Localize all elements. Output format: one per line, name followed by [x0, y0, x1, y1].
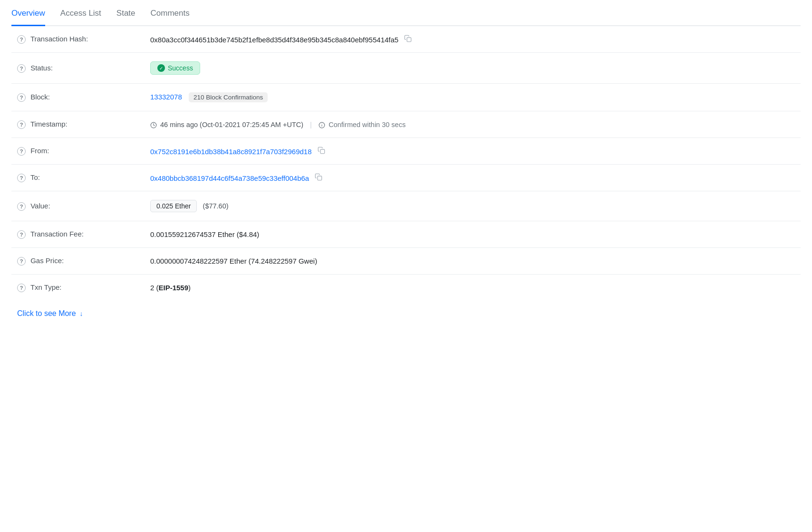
help-icon-from[interactable]: ?: [17, 147, 26, 156]
block-number-link[interactable]: 13332078: [150, 93, 184, 101]
svg-rect-0: [407, 38, 411, 42]
txn-fee-value: 0.001559212674537 Ether ($4.84): [150, 230, 259, 238]
tab-nav: Overview Access List State Comments: [11, 0, 801, 26]
row-gas-price: ? Gas Price: 0.000000074248222597 Ether …: [11, 248, 801, 275]
gas-price-value: 0.000000074248222597 Ether (74.248222597…: [150, 257, 317, 265]
value-usd: ($77.60): [203, 202, 229, 210]
clock-icon: [150, 122, 157, 128]
help-icon-txnfee[interactable]: ?: [17, 230, 26, 239]
txn-type-value: 2 (EIP-1559): [150, 284, 191, 292]
help-icon-gasprice[interactable]: ?: [17, 257, 26, 266]
row-to: ? To: 0x480bbcb368197d44c6f54a738e59c33e…: [11, 165, 801, 191]
confirmations-badge: 210 Block Confirmations: [189, 92, 268, 102]
tab-access-list[interactable]: Access List: [60, 9, 101, 26]
row-transaction-hash: ? Transaction Hash: 0x80a3cc0f344651b3de…: [11, 26, 801, 53]
help-icon-txhash[interactable]: ?: [17, 35, 26, 44]
see-more-link[interactable]: Click to see More ↓: [11, 301, 89, 326]
tab-overview[interactable]: Overview: [11, 9, 45, 26]
txhash-value: 0x80a3cc0f344651b3de745b2f1efbe8d35d4f34…: [150, 36, 398, 44]
row-timestamp: ? Timestamp: 46 mins ago (Oct-01-2021 07…: [11, 111, 801, 138]
tab-comments[interactable]: Comments: [151, 9, 190, 26]
status-badge: ✓ Success: [150, 61, 200, 75]
row-status: ? Status: ✓ Success: [11, 53, 801, 84]
tab-state[interactable]: State: [116, 9, 135, 26]
from-address-link[interactable]: 0x752c8191e6b1db38b41a8c8921f7a703f2969d…: [150, 148, 314, 156]
help-icon-to[interactable]: ?: [17, 174, 26, 182]
row-txn-type: ? Txn Type: 2 (EIP-1559): [11, 275, 801, 301]
arrow-down-icon: ↓: [80, 310, 83, 317]
timestamp-value: 46 mins ago (Oct-01-2021 07:25:45 AM +UT…: [150, 121, 305, 128]
check-icon: ✓: [157, 64, 165, 72]
svg-rect-5: [320, 149, 325, 154]
confirmed-text: Confirmed within 30 secs: [319, 121, 406, 128]
help-icon-txntype[interactable]: ?: [17, 284, 26, 292]
to-address-link[interactable]: 0x480bbcb368197d44c6f54a738e59c33eff004b…: [150, 174, 311, 182]
help-icon-block[interactable]: ?: [17, 93, 26, 102]
row-value: ? Value: 0.025 Ether ($77.60): [11, 191, 801, 221]
info-icon: [319, 122, 325, 128]
detail-table: ? Transaction Hash: 0x80a3cc0f344651b3de…: [11, 26, 801, 301]
help-icon-status[interactable]: ?: [17, 64, 26, 73]
copy-to-icon[interactable]: [315, 173, 322, 181]
value-badge: 0.025 Ether: [150, 200, 197, 212]
row-txn-fee: ? Transaction Fee: 0.001559212674537 Eth…: [11, 221, 801, 248]
help-icon-timestamp[interactable]: ?: [17, 120, 26, 129]
row-block: ? Block: 13332078 210 Block Confirmation…: [11, 84, 801, 111]
help-icon-value[interactable]: ?: [17, 202, 26, 211]
copy-txhash-icon[interactable]: [404, 35, 412, 42]
row-from: ? From: 0x752c8191e6b1db38b41a8c8921f7a7…: [11, 138, 801, 165]
copy-from-icon[interactable]: [318, 147, 325, 154]
svg-rect-6: [318, 176, 322, 180]
pipe-separator: |: [310, 120, 312, 128]
